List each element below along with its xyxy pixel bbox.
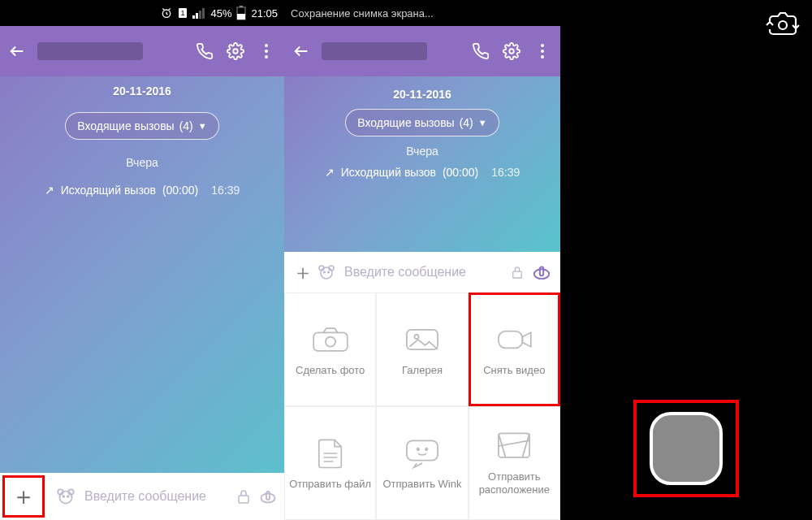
call-icon[interactable]: [471, 41, 490, 61]
contact-name-redacted: [37, 42, 143, 60]
svg-rect-9: [237, 14, 245, 20]
battery-icon: [236, 6, 246, 20]
attach-button[interactable]: ＋: [2, 475, 45, 518]
attach-send-wink[interactable]: Отправить Wink: [376, 406, 468, 520]
svg-rect-36: [407, 329, 438, 349]
svg-rect-4: [196, 13, 198, 19]
status-bar: Сохранение снимка экрана...: [284, 0, 560, 26]
screenshot-panel-1: 1 45% 21:05 20-11-2016 Входящие вызовы (…: [0, 0, 284, 520]
gear-icon[interactable]: [226, 41, 245, 61]
svg-point-29: [324, 271, 326, 273]
svg-point-24: [541, 50, 544, 53]
svg-rect-19: [239, 496, 248, 503]
svg-rect-33: [540, 267, 543, 276]
date-yesterday: Вчера: [0, 156, 284, 169]
attach-gallery[interactable]: Галерея: [376, 292, 468, 406]
alarm-icon: [160, 6, 173, 20]
mic-icon[interactable]: [531, 262, 552, 283]
screenshot-saving-label: Сохранение снимка экрана...: [291, 7, 434, 20]
outgoing-call-row[interactable]: ↗ Исходящий вызов (00:00) 16:39: [45, 184, 240, 197]
attach-send-location[interactable]: Отправить расположение: [469, 406, 560, 520]
outgoing-arrow-icon: ↗: [45, 184, 54, 197]
chat-header: [0, 26, 284, 76]
more-icon[interactable]: [257, 41, 276, 61]
svg-point-41: [425, 448, 428, 450]
svg-point-13: [265, 55, 268, 58]
svg-rect-38: [499, 331, 522, 348]
svg-rect-5: [199, 11, 201, 19]
back-icon[interactable]: [292, 42, 310, 60]
svg-point-12: [265, 50, 268, 53]
signal-icon: [192, 7, 205, 19]
plus-icon: ＋: [11, 480, 36, 514]
svg-rect-3: [192, 15, 195, 19]
more-icon[interactable]: [533, 41, 552, 61]
time-label: 21:05: [251, 7, 278, 20]
svg-point-35: [326, 336, 335, 346]
chat-header: [284, 26, 560, 76]
svg-point-40: [417, 448, 419, 450]
message-input[interactable]: Введите сообщение: [84, 489, 229, 504]
shutter-button[interactable]: [650, 412, 723, 485]
date-separator: 20-11-2016: [284, 88, 560, 101]
switch-camera-icon[interactable]: [765, 11, 801, 39]
status-bar: 1 45% 21:05: [0, 0, 284, 26]
contact-name-redacted: [322, 42, 427, 60]
svg-point-17: [63, 496, 64, 497]
attach-record-video[interactable]: Снять видео: [469, 292, 560, 406]
chevron-down-icon: ▼: [478, 118, 487, 128]
lock-icon: [512, 266, 523, 279]
svg-point-30: [328, 271, 330, 273]
sticker-bear-icon[interactable]: [55, 486, 76, 507]
svg-point-22: [509, 49, 514, 54]
svg-point-43: [779, 21, 787, 29]
incoming-calls-pill[interactable]: Входящие вызовы (4) ▼: [345, 109, 499, 136]
message-input-bar: ＋ Введите сообщение: [284, 252, 560, 292]
attach-button[interactable]: ＋: [292, 258, 309, 287]
outgoing-arrow-icon: ↗: [325, 166, 335, 179]
svg-rect-39: [407, 440, 438, 460]
svg-point-18: [67, 496, 69, 497]
svg-point-10: [233, 49, 238, 54]
date-separator: 20-11-2016: [0, 84, 284, 98]
screenshot-panel-2: Сохранение снимка экрана... 20-11-2016 В…: [284, 0, 560, 520]
svg-point-26: [321, 267, 332, 279]
battery-pct: 45%: [210, 7, 231, 20]
attach-send-file[interactable]: Отправить файл: [284, 406, 376, 520]
svg-point-20: [261, 494, 275, 503]
svg-text:1: 1: [181, 9, 185, 17]
svg-point-23: [541, 44, 544, 47]
lock-icon: [237, 489, 250, 504]
attach-take-photo[interactable]: Сделать фото: [284, 292, 376, 406]
svg-point-37: [414, 334, 418, 338]
chevron-down-icon: ▼: [198, 121, 207, 131]
svg-point-14: [59, 492, 71, 504]
sim-icon: 1: [178, 7, 188, 19]
svg-rect-34: [313, 332, 348, 351]
outgoing-call-row[interactable]: ↗ Исходящий вызов (00:00) 16:39: [325, 166, 520, 179]
shutter-highlight: [633, 400, 739, 497]
screenshot-panel-3: [560, 0, 812, 520]
message-input[interactable]: Введите сообщение: [344, 265, 503, 280]
back-icon[interactable]: [8, 42, 26, 60]
svg-point-25: [541, 55, 544, 58]
gear-icon[interactable]: [502, 41, 521, 61]
svg-point-11: [265, 44, 268, 47]
message-input-bar: ＋ Введите сообщение: [0, 473, 284, 520]
date-yesterday: Вчера: [284, 145, 560, 158]
call-icon[interactable]: [195, 41, 214, 61]
svg-rect-31: [513, 271, 522, 278]
svg-rect-21: [266, 492, 270, 500]
mic-icon[interactable]: [258, 487, 278, 506]
incoming-calls-pill[interactable]: Входящие вызовы (4) ▼: [65, 112, 218, 140]
svg-point-32: [534, 269, 549, 279]
svg-rect-6: [202, 8, 205, 19]
chat-log: 20-11-2016 Входящие вызовы (4) ▼ Вчера ↗…: [284, 76, 560, 180]
attachment-panel: Сделать фото Галерея Снять видео Отправи…: [284, 292, 560, 520]
chat-log: 20-11-2016 Входящие вызовы (4) ▼ Вчера ↗…: [0, 76, 284, 197]
sticker-bear-icon[interactable]: [317, 262, 336, 282]
